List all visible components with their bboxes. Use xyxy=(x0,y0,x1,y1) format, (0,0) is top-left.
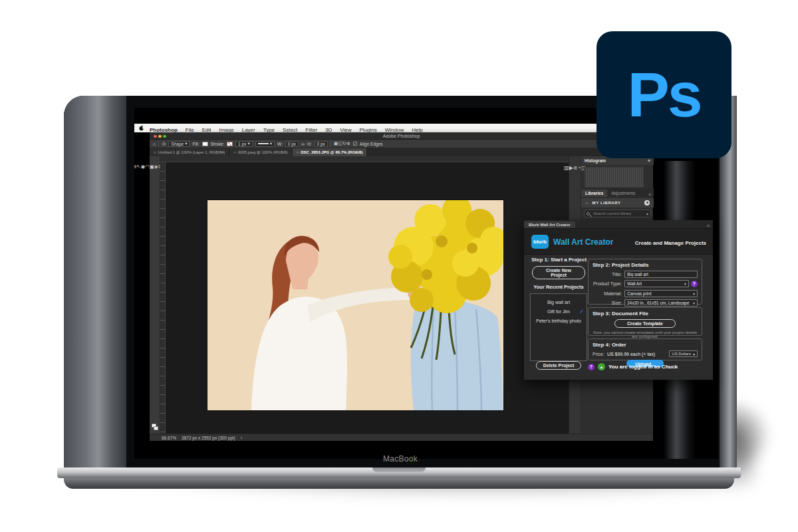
close-icon[interactable]: × xyxy=(154,150,156,154)
tool-icon[interactable]: ▣ xyxy=(150,164,154,170)
panel-icon[interactable]: ▥ xyxy=(564,165,569,171)
recent-projects-heading: Your Recent Projects xyxy=(530,284,587,290)
tab-0005-jpeg[interactable]: ×0005.jpeg @ 100% (RGB/8) xyxy=(229,148,292,156)
size-select[interactable]: 24x20 in., 61x51 cm, Landscape▾ xyxy=(624,299,698,307)
title-field[interactable] xyxy=(624,271,698,278)
tab-adjustments[interactable]: Adjustments xyxy=(607,190,639,197)
tool-mode-value: Shape xyxy=(171,142,184,146)
libraries-panel-tabs: Libraries Adjustments ≡ xyxy=(581,188,654,197)
histogram-display xyxy=(585,167,644,188)
macbook-brand-label: MacBook xyxy=(64,454,737,464)
create-new-project-button[interactable]: Create New Project xyxy=(532,266,585,279)
width-field[interactable]: 0 px xyxy=(285,141,299,147)
photoshop-logo-text: Ps xyxy=(627,63,700,126)
account-avatar[interactable] xyxy=(644,200,650,205)
step2-heading: Step 2: Project Details xyxy=(593,262,698,268)
chevron-down-icon: ▾ xyxy=(693,291,695,296)
panel-menu-icon[interactable]: ≡ xyxy=(648,158,650,163)
my-library-row[interactable]: ← MY LIBRARY xyxy=(581,198,654,207)
laptop-base xyxy=(57,467,741,478)
product-type-select[interactable]: Wall Art▾ xyxy=(624,280,689,287)
title-label: Title: xyxy=(593,272,624,277)
fill-swatch[interactable] xyxy=(202,142,208,146)
dialog-header: blurb Wall Art Creator Create and Manage… xyxy=(524,229,713,255)
tab-libraries[interactable]: Libraries xyxy=(581,190,607,197)
tool-mode-select[interactable]: Shape▾ xyxy=(168,141,190,147)
close-icon[interactable]: × xyxy=(233,150,236,154)
path-operation-icon[interactable]: ⊛ xyxy=(346,141,350,146)
dialog-tab[interactable]: Blurb Wall Art Creator xyxy=(524,221,575,228)
logged-in-status-icon: ▲ xyxy=(598,363,605,370)
home-icon[interactable]: ⌂ xyxy=(153,142,156,146)
blurb-dialog: Blurb Wall Art Creator ≡ blurb Wall Art … xyxy=(524,220,713,380)
apple-icon[interactable] xyxy=(139,125,144,131)
size-value: 24x20 in., 61x51 cm, Landscape xyxy=(627,301,690,305)
library-search[interactable]: ▾ xyxy=(584,209,651,217)
panel-menu-icon[interactable]: ≡ xyxy=(648,192,654,197)
align-edges-label: Align Edges xyxy=(360,142,383,146)
list-item[interactable]: Big wall art xyxy=(531,298,587,307)
material-value: Canvas print xyxy=(627,291,652,296)
height-field[interactable]: 0 px xyxy=(315,141,328,147)
canvas-area xyxy=(166,162,569,434)
price-value: US $99.99 each (+ tax) xyxy=(607,352,655,356)
title-input[interactable] xyxy=(627,272,695,277)
step4-heading: Step 4: Order xyxy=(593,342,698,348)
project-name: Peter's birthday photo xyxy=(536,319,581,323)
stroke-swatch[interactable] xyxy=(227,142,233,146)
chevron-down-icon: ▾ xyxy=(270,141,272,146)
chevron-down-icon: ▾ xyxy=(185,141,187,146)
tab-label: 0005.jpeg @ 100% (RGB/8) xyxy=(238,150,288,154)
tab-label: DSC_2853.JPG @ 66.7% (RGB/8) xyxy=(301,150,362,154)
blurb-logo: blurb xyxy=(531,235,549,249)
size-label: Size: xyxy=(593,301,624,305)
tab-label: Untitled-1 @ 100% (Layer 1, RGB/8#) xyxy=(158,150,225,154)
currency-select[interactable]: US Dollars▾ xyxy=(669,350,698,357)
list-item[interactable]: Peter's birthday photo xyxy=(531,317,587,326)
back-arrow-icon[interactable]: ← xyxy=(585,201,590,205)
separator xyxy=(331,141,331,147)
material-select[interactable]: Canvas print▾ xyxy=(624,290,698,297)
stroke-width-field[interactable]: 1 px▾ xyxy=(235,141,253,147)
document-tabs: ×Untitled-1 @ 100% (Layer 1, RGB/8#) ×00… xyxy=(150,148,653,156)
window-title: Adobe Photoshop xyxy=(150,134,653,138)
align-edges-checkbox[interactable]: ✓ xyxy=(353,142,357,146)
panel-menu-icon[interactable]: ≡ xyxy=(707,223,713,228)
width-label: W: xyxy=(277,142,283,146)
histogram-title: Histogram xyxy=(585,158,606,163)
create-template-button[interactable]: Create Template xyxy=(614,319,676,328)
stroke-style-select[interactable]: ▾ xyxy=(255,141,275,147)
chevron-down-icon: ▾ xyxy=(247,141,249,146)
delete-project-button[interactable]: Delete Project xyxy=(536,361,582,370)
search-input[interactable] xyxy=(592,211,644,216)
close-icon[interactable]: × xyxy=(297,150,299,154)
product-type-value: Wall Art xyxy=(627,281,642,286)
zoom-level[interactable]: 66.67% xyxy=(162,436,176,440)
list-item-selected[interactable]: Gift for Jim✓ xyxy=(531,307,587,317)
help-icon[interactable]: ? xyxy=(588,364,595,370)
dialog-footer: ? ▲ You are logged in as Chuck xyxy=(588,363,678,370)
background-color[interactable] xyxy=(154,426,158,430)
separator xyxy=(158,141,159,147)
help-icon[interactable]: ? xyxy=(691,281,698,287)
project-name: Gift for Jim xyxy=(547,309,570,314)
panel-icon[interactable]: ≋ xyxy=(573,165,578,171)
link-dimensions-icon[interactable]: ∞ xyxy=(301,142,305,146)
step3-section: Step 3: Document File Create Template No… xyxy=(588,307,702,336)
library-name: MY LIBRARY xyxy=(593,201,621,205)
chevron-down-icon[interactable]: ▾ xyxy=(646,211,648,216)
width-value: 0 px xyxy=(288,142,296,146)
laptop-left-edge xyxy=(64,96,126,467)
status-chevron-icon[interactable]: › xyxy=(241,436,242,440)
height-label: H: xyxy=(307,142,312,146)
tab-dsc-2853[interactable]: ×DSC_2853.JPG @ 66.7% (RGB/8) xyxy=(293,148,368,156)
tool-preset-icon[interactable]: ◎ xyxy=(162,141,166,146)
height-value: 0 px xyxy=(317,142,325,146)
options-bar: ⌂ ◎ Shape▾ Fill: Stroke: 1 px▾ ▾ W: 0 px… xyxy=(150,140,653,148)
foreground-background-swatches[interactable] xyxy=(152,424,158,430)
fill-label: Fill: xyxy=(192,142,199,146)
laptop-lid-notch xyxy=(372,467,426,472)
tab-untitled[interactable]: ×Untitled-1 @ 100% (Layer 1, RGB/8#) xyxy=(150,148,229,156)
tools-panel: +▢∿▱⊞↖◉◠▣◈◊△◎✎T▷▭◇⊙ xyxy=(150,156,160,434)
photoshop-logo: Ps xyxy=(597,31,732,158)
